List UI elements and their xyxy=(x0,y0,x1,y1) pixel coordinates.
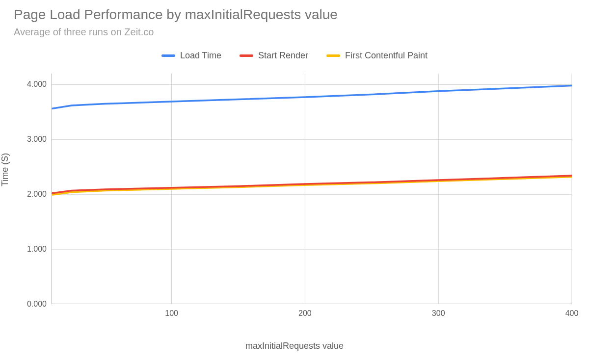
y-tick-3: 3.000 xyxy=(12,135,47,144)
chart-title: Page Load Performance by maxInitialReque… xyxy=(14,7,338,23)
legend-label-fcp: First Contentful Paint xyxy=(345,51,428,61)
legend-item-load-time: Load Time xyxy=(161,51,221,61)
y-axis-label: Time (S) xyxy=(0,153,10,186)
y-tick-2: 2.000 xyxy=(12,190,47,199)
legend-item-fcp: First Contentful Paint xyxy=(326,51,428,61)
plot-area xyxy=(52,74,572,304)
series-fcp xyxy=(52,177,572,195)
legend-item-start-render: Start Render xyxy=(240,51,308,61)
legend: Load Time Start Render First Contentful … xyxy=(0,49,589,61)
chart-container: Page Load Performance by maxInitialReque… xyxy=(0,0,589,364)
x-tick-300: 300 xyxy=(432,309,445,318)
legend-swatch-load-time xyxy=(161,54,175,57)
y-tick-1: 1.000 xyxy=(12,245,47,254)
legend-swatch-start-render xyxy=(240,54,253,57)
x-tick-400: 400 xyxy=(565,309,579,318)
y-tick-4: 4.000 xyxy=(12,80,47,89)
x-axis-label: maxInitialRequests value xyxy=(0,341,589,351)
series-load-time xyxy=(52,86,572,109)
legend-label-load-time: Load Time xyxy=(180,51,221,61)
legend-swatch-fcp xyxy=(326,54,340,57)
chart-subtitle: Average of three runs on Zeit.co xyxy=(14,26,154,38)
x-tick-200: 200 xyxy=(298,309,312,318)
y-tick-0: 0.000 xyxy=(12,300,47,309)
legend-label-start-render: Start Render xyxy=(258,51,308,61)
x-tick-100: 100 xyxy=(165,309,178,318)
